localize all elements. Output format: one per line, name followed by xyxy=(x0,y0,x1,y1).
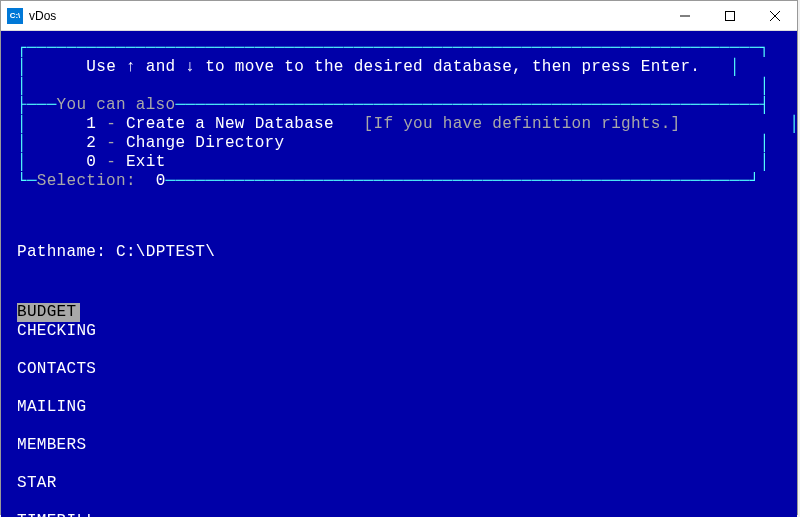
box-side: │ xyxy=(760,153,770,171)
minimize-button[interactable] xyxy=(662,1,707,31)
box-side: │ xyxy=(17,115,27,133)
selection-value[interactable]: 0 xyxy=(156,172,166,190)
list-item[interactable]: CHECKING xyxy=(17,322,787,341)
list-item[interactable]: MAILING xyxy=(17,398,787,417)
options-header: You can also xyxy=(57,96,176,114)
box-side: │ xyxy=(17,77,27,95)
option-2-label[interactable]: Change Directory xyxy=(126,134,284,152)
box-bottom: ────────────────────────────────────────… xyxy=(166,172,760,190)
window-title: vDos xyxy=(29,9,662,23)
instruction-text: Use ↑ and ↓ to move to the desired datab… xyxy=(86,58,700,76)
pathname-row: Pathname: C:\DPTEST\ xyxy=(17,243,787,262)
box-bottom: └─ xyxy=(17,172,37,190)
titlebar[interactable]: C:\ vDos xyxy=(1,1,797,31)
pathname-label: Pathname: xyxy=(17,243,106,261)
box-side: │ xyxy=(17,153,27,171)
maximize-button[interactable] xyxy=(707,1,752,31)
app-window: C:\ vDos ┌──────────────────────────────… xyxy=(0,0,798,515)
option-3-num[interactable]: 0 xyxy=(86,153,96,171)
option-1-label[interactable]: Create a New Database xyxy=(126,115,334,133)
box-top-border: ┌───────────────────────────────────────… xyxy=(17,39,770,57)
option-1-num[interactable]: 1 xyxy=(86,115,96,133)
box-divider: ────────────────────────────────────────… xyxy=(175,96,769,114)
box-side: │ xyxy=(760,77,770,95)
list-item[interactable]: CONTACTS xyxy=(17,360,787,379)
terminal-screen[interactable]: ┌───────────────────────────────────────… xyxy=(1,31,797,517)
pathname-value: C:\DPTEST\ xyxy=(116,243,215,261)
close-button[interactable] xyxy=(752,1,797,31)
box-divider: ├─── xyxy=(17,96,57,114)
box-side: │ xyxy=(17,134,27,152)
database-list: BUDGET CHECKING CONTACTS MAILING MEMBERS… xyxy=(17,303,787,517)
box-side: │ xyxy=(789,115,799,133)
list-item[interactable]: BUDGET xyxy=(17,303,80,322)
box-side: │ xyxy=(17,58,27,76)
svg-rect-1 xyxy=(725,11,734,20)
selection-label: Selection: xyxy=(37,172,136,190)
list-item[interactable]: TIMEBILL xyxy=(17,512,787,517)
option-2-num[interactable]: 2 xyxy=(86,134,96,152)
list-item[interactable]: MEMBERS xyxy=(17,436,787,455)
option-1-note: [If you have definition rights.] xyxy=(364,115,681,133)
app-icon: C:\ xyxy=(7,8,23,24)
list-item[interactable]: STAR xyxy=(17,474,787,493)
option-3-label[interactable]: Exit xyxy=(126,153,166,171)
box-side: │ xyxy=(730,58,740,76)
box-side: │ xyxy=(760,134,770,152)
